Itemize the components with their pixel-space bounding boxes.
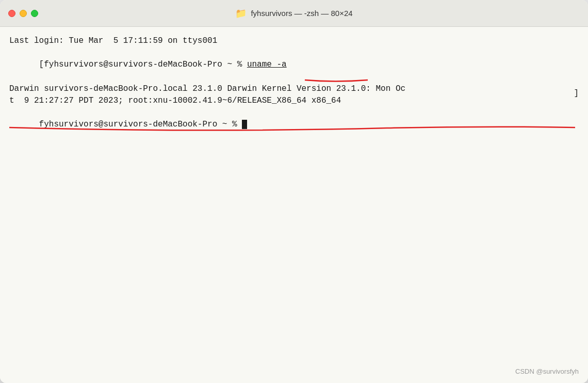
command-line: [fyhsurvivors@survivors-deMacBook-Pro ~ … (9, 47, 579, 83)
prompt-text: fyhsurvivors@survivors-deMacBook-Pro ~ % (44, 60, 247, 69)
minimize-button[interactable] (20, 10, 27, 17)
new-prompt-text: fyhsurvivors@survivors-deMacBook-Pro ~ % (39, 120, 242, 129)
output-line-1: Darwin survivors-deMacBook-Pro.local 23.… (9, 83, 579, 95)
titlebar: 📁 fyhsurvivors — -zsh — 80×24 (0, 0, 588, 27)
bracket-left: [ (39, 60, 44, 69)
watermark: CSDN @survivorsfyh (515, 367, 579, 377)
command-text: uname -a (247, 60, 287, 69)
traffic-lights (8, 10, 38, 17)
cursor (242, 120, 247, 129)
maximize-button[interactable] (31, 10, 38, 17)
last-login-line: Last login: Tue Mar 5 17:11:59 on ttys00… (9, 35, 579, 47)
title-text: fyhsurvivors — -zsh — 80×24 (251, 9, 352, 18)
terminal-window: 📁 fyhsurvivors — -zsh — 80×24 Last login… (0, 0, 588, 383)
window-title: 📁 fyhsurvivors — -zsh — 80×24 (235, 8, 352, 19)
folder-icon: 📁 (235, 8, 247, 19)
close-button[interactable] (8, 10, 15, 17)
new-prompt-line: fyhsurvivors@survivors-deMacBook-Pro ~ % (9, 107, 579, 143)
bracket-right: ] (574, 88, 579, 100)
terminal-body[interactable]: Last login: Tue Mar 5 17:11:59 on ttys00… (0, 27, 588, 383)
output-line-2: t 9 21:27:27 PDT 2023; root:xnu-10002.41… (9, 95, 579, 107)
